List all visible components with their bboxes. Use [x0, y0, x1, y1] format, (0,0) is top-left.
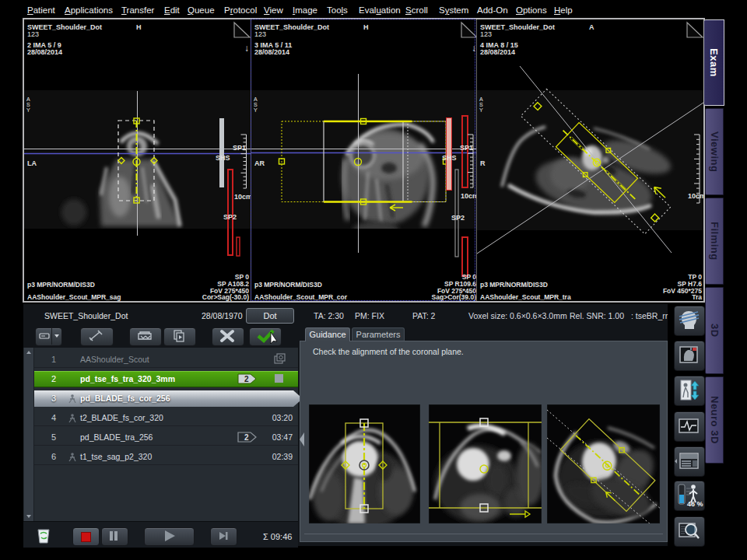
svg-text:2: 2 [244, 375, 249, 383]
svg-text:p3 MPR/NORM/DIS3D: p3 MPR/NORM/DIS3D [480, 281, 548, 289]
svg-text:SP2: SP2 [223, 213, 237, 221]
svg-text:A: A [26, 96, 30, 102]
svg-text:SP1: SP1 [233, 144, 246, 152]
svg-text:AAShoulder_Scout_MPR_tra: AAShoulder_Scout_MPR_tra [480, 293, 571, 301]
svg-text:10cm: 10cm [688, 192, 703, 200]
svg-text:Y: Y [479, 107, 483, 113]
svg-text:10cm: 10cm [234, 193, 251, 201]
svg-text:p3 MPR/NORM/DIS3D: p3 MPR/NORM/DIS3D [27, 281, 95, 289]
svg-text:SHS: SHS [216, 154, 230, 162]
svg-text:A: A [589, 23, 594, 31]
svg-text:46 %: 46 % [687, 500, 703, 508]
svg-text:Y: Y [26, 107, 30, 113]
svg-text:28/08/2014: 28/08/2014 [480, 48, 515, 56]
svg-text:S: S [479, 102, 483, 107]
svg-text:Cor>Sag(-30.0): Cor>Sag(-30.0) [202, 293, 249, 301]
svg-text:↓: ↓ [244, 43, 249, 54]
svg-text:2: 2 [244, 433, 249, 442]
svg-text:123: 123 [27, 30, 39, 38]
svg-text:Tra: Tra [692, 293, 702, 301]
svg-text:LA: LA [27, 159, 37, 167]
svg-text:A: A [479, 96, 483, 102]
svg-text:S: S [26, 102, 30, 107]
svg-text:R: R [480, 159, 486, 167]
svg-text:123: 123 [480, 30, 492, 38]
svg-text:AAShoulder_Scout_MPR_sag: AAShoulder_Scout_MPR_sag [27, 293, 121, 301]
svg-text:H: H [136, 23, 142, 31]
svg-text:28/08/2014: 28/08/2014 [27, 48, 62, 56]
